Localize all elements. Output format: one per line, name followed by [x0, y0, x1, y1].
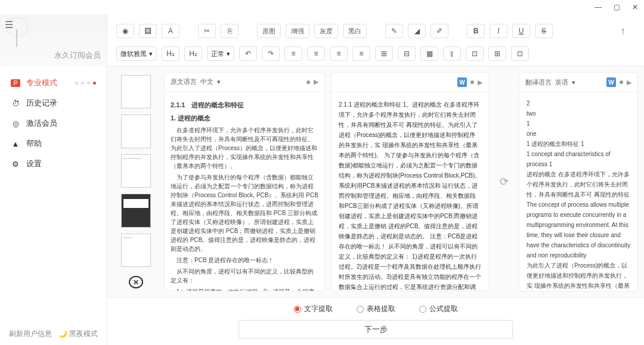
indent-button[interactable]: ⫿: [443, 46, 461, 61]
tool-copy[interactable]: ⎘: [221, 24, 239, 38]
undo-button[interactable]: ↶: [239, 46, 257, 61]
radio-table-extract[interactable]: 表格提取: [357, 304, 395, 314]
maximize-button[interactable]: ▢: [614, 3, 620, 11]
table-button[interactable]: ▦: [420, 46, 438, 61]
tool-cut[interactable]: ✂: [198, 24, 216, 38]
close-button[interactable]: ✕: [632, 3, 638, 11]
nav-activate[interactable]: ◎激活会员: [0, 113, 107, 133]
sync-icon[interactable]: ⟳: [495, 72, 513, 291]
tree-decoration: [5, 17, 29, 47]
nav-history[interactable]: ⏱历史记录: [0, 93, 107, 113]
list-unordered[interactable]: ⊟: [398, 46, 416, 61]
align-left[interactable]: ≡: [284, 46, 302, 61]
extracted-text[interactable]: 2.1.1 进程的概念和特征 1。进程的概念 在多道程序环境下，允许多个程序并发…: [332, 92, 488, 291]
redo-button[interactable]: ↷: [262, 46, 280, 61]
minimize-button[interactable]: —: [595, 3, 602, 11]
dark-mode-toggle[interactable]: 🌙 黑夜模式: [58, 329, 98, 339]
align-right[interactable]: ≡: [330, 46, 348, 61]
word-badge: W: [606, 77, 616, 87]
nav-dots: [75, 82, 96, 85]
bold-button[interactable]: B: [467, 24, 485, 38]
align-justify[interactable]: ≡: [352, 46, 370, 61]
arrow-icon[interactable]: ▶: [627, 79, 631, 86]
filter-enhance[interactable]: 增强: [286, 24, 309, 38]
tool-eraser[interactable]: ✐: [431, 24, 448, 38]
target-icon: ◎: [11, 119, 20, 128]
gear-icon: ⚙: [11, 160, 20, 169]
strike-button[interactable]: S: [535, 24, 553, 38]
extracted-panel: W ▶ 2.1.1 进程的概念和特征 1。进程的概念 在多道程序环境下，允许多个…: [331, 72, 489, 291]
source-text[interactable]: 2.1.1 进程的概念和特征 1. 进程的概念 在多道程序环境下，允许多个程序并…: [165, 92, 324, 291]
close-thumbs[interactable]: ✕: [129, 276, 143, 288]
header-banner: ☰ 永久订阅会员: [0, 14, 107, 67]
pro-icon: P: [11, 79, 20, 87]
font-select[interactable]: 微软雅黑 ▾: [116, 46, 157, 61]
radio-text-extract[interactable]: 文字提取: [294, 304, 333, 314]
nav-help[interactable]: ▲帮助: [0, 133, 107, 154]
target-lang-value[interactable]: 英语: [555, 78, 568, 87]
thumbnail-2[interactable]: [121, 114, 151, 148]
insert-button[interactable]: ⊞: [488, 46, 506, 61]
refresh-user[interactable]: 刷新用户信息: [9, 329, 52, 339]
tool-record[interactable]: ◉: [116, 24, 134, 38]
member-label: 永久订阅会员: [54, 50, 101, 61]
align-center[interactable]: ≡: [307, 46, 325, 61]
sidebar: ☰ 永久订阅会员 P 专业模式 ⏱历史记录 ◎激活会员 ▲帮助 ⚙设置 刷新用户…: [0, 14, 107, 345]
radio-formula-extract[interactable]: 公式提取: [419, 304, 458, 314]
list-ordered[interactable]: ⊞: [375, 46, 393, 61]
tool-font[interactable]: A: [162, 24, 179, 38]
word-badge: W: [457, 77, 467, 87]
source-panel: 原文语言 中文 ▾ ▶ 2.1.1 进程的概念和特征 1. 进程的概念 在多道程…: [164, 72, 325, 291]
status-dot: [306, 80, 310, 84]
translation-panel: 翻译语言 英语 ▾ W ▶ 2two1one1 进程的概念和特征 11 conc…: [519, 72, 638, 291]
tool-highlight[interactable]: ◢: [408, 24, 426, 38]
footer: 文字提取 表格提取 公式提取 下一步: [107, 297, 644, 345]
h2-button[interactable]: H₂: [184, 46, 202, 61]
target-lang-label: 翻译语言: [525, 78, 552, 87]
underline-button[interactable]: U: [512, 24, 530, 38]
h1-button[interactable]: H₁: [162, 46, 179, 61]
thumbnail-5[interactable]: text text: [121, 234, 151, 267]
toolbar: ◉ 🖼 A ✂ ⎘ 原图 增强 灰度 黑白 ✎ ◢ ✐ B I U S: [107, 14, 644, 66]
status-dot: [620, 80, 623, 84]
source-lang-value[interactable]: 中文: [200, 77, 213, 86]
tool-image[interactable]: 🖼: [139, 24, 157, 38]
upload-icon[interactable]: ↑: [611, 19, 635, 43]
thumbnail-4[interactable]: [121, 194, 151, 227]
filter-gray[interactable]: 灰度: [314, 24, 338, 38]
more-button[interactable]: ⊡: [511, 46, 529, 61]
style-select[interactable]: 正常 ▾: [207, 46, 234, 61]
arrow-icon[interactable]: ▶: [314, 78, 318, 86]
warning-icon: ▲: [11, 139, 20, 148]
translation-text[interactable]: 2two1one1 进程的概念和特征 11 concept and charac…: [519, 92, 637, 291]
outdent-button[interactable]: ⊡: [466, 46, 484, 61]
italic-button[interactable]: I: [490, 24, 507, 38]
filter-original[interactable]: 原图: [257, 24, 281, 38]
thumbnail-strip: text text text text text text ✕: [113, 72, 158, 291]
thumbnail-3[interactable]: text text text text: [121, 154, 151, 188]
next-button[interactable]: 下一步: [239, 320, 513, 339]
filter-bw[interactable]: 黑白: [343, 24, 367, 38]
status-dot: [470, 80, 474, 84]
clock-icon: ⏱: [11, 99, 20, 108]
tool-pen[interactable]: ✎: [385, 24, 403, 38]
thumbnail-1[interactable]: [121, 75, 151, 108]
nav-pro-mode[interactable]: P 专业模式: [0, 73, 107, 93]
arrow-icon[interactable]: ▶: [478, 79, 482, 86]
source-lang-label: 原文语言: [171, 77, 197, 86]
nav-settings[interactable]: ⚙设置: [0, 154, 107, 174]
